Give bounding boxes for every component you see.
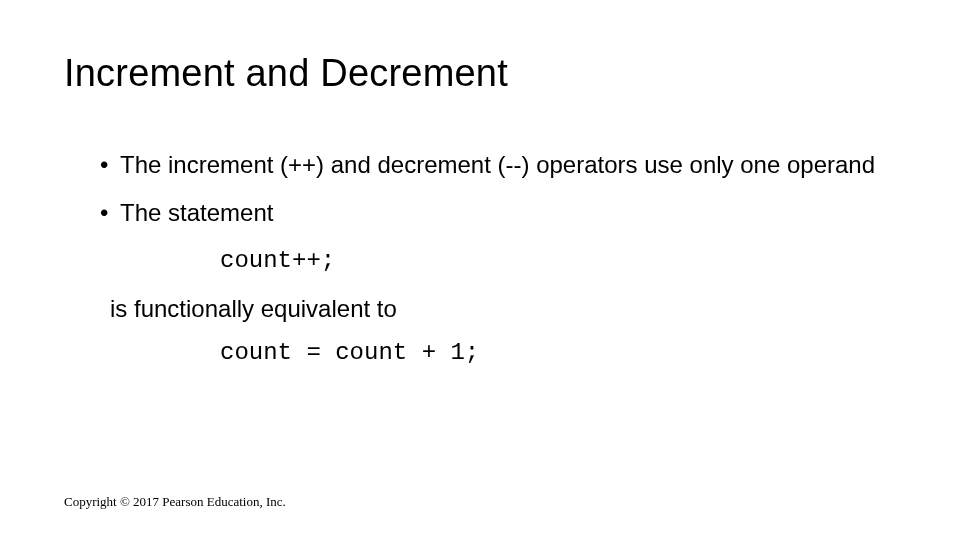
copyright-footer: Copyright © 2017 Pearson Education, Inc. <box>64 494 286 510</box>
bullet-1: The increment (++) and decrement (--) op… <box>100 150 880 180</box>
slide: Increment and Decrement The increment (+… <box>0 0 960 540</box>
code-expanded: count = count + 1; <box>220 338 880 368</box>
code-increment: count++; <box>220 246 880 276</box>
slide-title: Increment and Decrement <box>64 52 508 95</box>
bullet-2: The statement <box>100 198 880 228</box>
slide-body: The increment (++) and decrement (--) op… <box>100 150 880 386</box>
equivalence-text: is functionally equivalent to <box>110 294 880 324</box>
